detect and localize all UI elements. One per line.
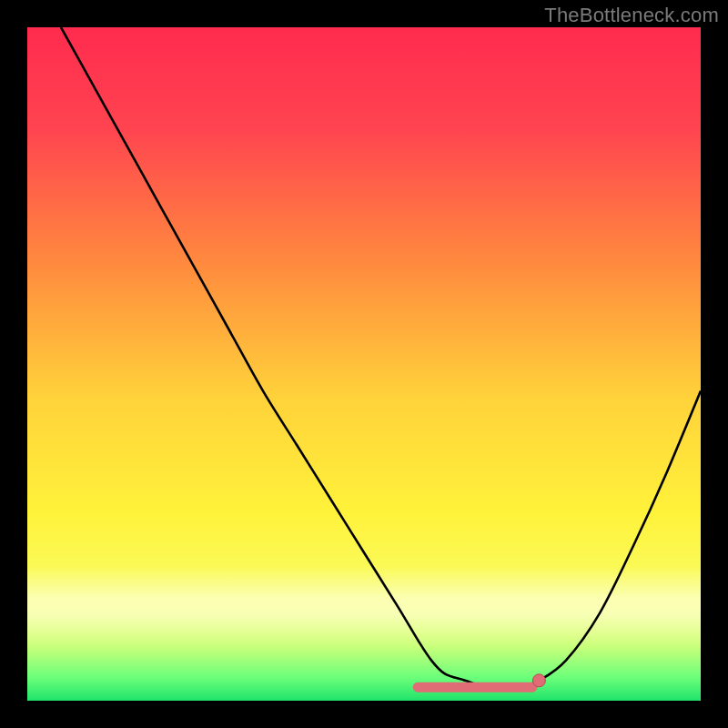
watermark-text: TheBottleneck.com: [544, 4, 719, 27]
bottleneck-curve: [61, 27, 701, 688]
plot-area: [27, 27, 701, 701]
selected-point-marker: [532, 674, 545, 687]
chart-frame: TheBottleneck.com: [0, 0, 728, 728]
curve-layer: [27, 27, 701, 701]
